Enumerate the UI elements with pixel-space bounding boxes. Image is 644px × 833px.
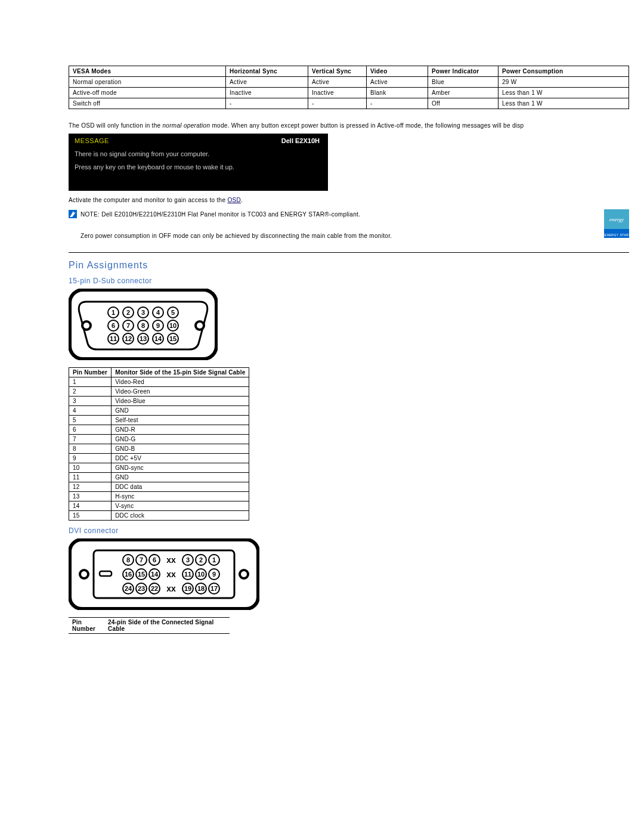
table-row: Normal operationActiveActiveActiveBlue29… [69,77,629,88]
table-cell: GND-B [112,444,249,454]
table-cell: Video-Red [112,377,249,387]
svg-point-2 [83,323,89,329]
pin-assignments-heading: Pin Assignments [69,260,644,271]
table-row: 10GND-sync [69,463,249,473]
svg-text:2: 2 [126,309,130,316]
dsub-pin-table: Pin NumberMonitor Side of the 15-pin Sid… [69,367,249,521]
text: The OSD will only function in the [69,122,163,129]
table-cell: GND-G [112,435,249,444]
logo-text: energy [606,216,627,222]
dsub-heading: 15-pin D-Sub connector [69,277,644,285]
column-header: Pin Number [69,618,104,634]
svg-text:22: 22 [151,585,158,592]
svg-text:9: 9 [212,571,216,578]
table-cell: 11 [69,473,112,482]
table-cell: Less than 1 W [499,88,629,98]
svg-text:2: 2 [199,556,203,563]
svg-text:23: 23 [138,585,145,592]
table-cell: 9 [69,454,112,463]
text-emphasis: normal operation [163,122,210,129]
table-cell: 14 [69,501,112,511]
table-cell: 12 [69,482,112,492]
svg-point-38 [81,571,87,577]
table-cell: Less than 1 W [499,98,629,109]
column-header: Monitor Side of the 15-pin Side Signal C… [112,368,249,377]
table-row: 15DDC clock [69,511,249,521]
note-text: Dell E2010H/E2210H/E2310H Flat Panel mon… [100,211,360,218]
svg-text:8: 8 [141,322,145,329]
text: mode. When any button except power butto… [210,122,524,129]
table-cell: - [308,98,367,109]
table-cell: 3 [69,397,112,406]
note-text: Zero power consumption in OFF mode can o… [80,233,392,239]
column-header: Power Indicator [428,66,499,77]
table-row: 11GND [69,473,249,482]
table-cell: V-sync [112,501,249,511]
svg-text:xx: xx [166,584,176,593]
note-row: NOTE: Dell E2010H/E2210H/E2310H Flat Pan… [69,209,629,241]
svg-text:3: 3 [141,309,145,316]
svg-text:3: 3 [186,556,190,563]
text: . [241,197,243,203]
table-row: 9DDC +5V [69,454,249,463]
monitor-model: Dell E2X10H [281,137,320,144]
svg-text:14: 14 [151,571,159,578]
table-row: 6GND-R [69,425,249,435]
column-header: Pin Number [69,368,112,377]
svg-text:9: 9 [156,322,160,329]
table-cell: GND [112,473,249,482]
dvi-connector-diagram: 876xx321161514xx11109242322xx191817 [69,538,259,610]
svg-text:10: 10 [169,322,177,329]
svg-point-40 [241,571,247,577]
table-row: 3Video-Blue [69,397,249,406]
table-cell: Blue [428,77,499,88]
note-body: NOTE: Dell E2010H/E2210H/E2310H Flat Pan… [80,209,596,241]
svg-text:17: 17 [210,585,218,592]
table-cell: - [367,98,428,109]
table-cell: Inactive [226,88,308,98]
svg-text:19: 19 [184,585,191,592]
table-row: Switch off---OffLess than 1 W [69,98,629,109]
table-row: 2Video-Green [69,387,249,397]
message-line: Press any key on the keyboard or mouse t… [75,163,322,171]
table-cell: 1 [69,377,112,387]
table-cell: 10 [69,463,112,473]
svg-text:7: 7 [126,322,130,329]
table-cell: 5 [69,416,112,425]
table-row: 14V-sync [69,501,249,511]
table-cell: 8 [69,444,112,454]
table-cell: GND-sync [112,463,249,473]
table-cell: 7 [69,435,112,444]
table-cell: DDC clock [112,511,249,521]
table-cell: Blank [367,88,428,98]
svg-text:24: 24 [125,585,132,592]
svg-text:5: 5 [171,309,175,316]
note-label: NOTE: [80,211,100,218]
table-cell: Active [367,77,428,88]
table-row: 5Self-test [69,416,249,425]
table-cell: Video-Green [112,387,249,397]
svg-text:12: 12 [125,335,132,342]
table-cell: - [226,98,308,109]
table-cell: Off [428,98,499,109]
table-cell: 13 [69,492,112,501]
message-label: MESSAGE [75,137,109,144]
svg-text:xx: xx [166,555,176,565]
svg-text:10: 10 [197,571,205,578]
svg-text:13: 13 [140,335,147,342]
table-cell: Normal operation [69,77,226,88]
table-cell: Active-off mode [69,88,226,98]
svg-point-4 [197,323,203,329]
osd-link[interactable]: OSD [227,197,241,203]
table-row: 7GND-G [69,435,249,444]
svg-rect-41 [100,571,112,576]
svg-text:6: 6 [112,322,115,329]
logo-label: ENERGY STAR [604,233,629,237]
osd-description: The OSD will only function in the normal… [69,122,644,129]
table-row: 4GND [69,406,249,416]
table-cell: Amber [428,88,499,98]
svg-text:15: 15 [169,335,177,342]
svg-text:8: 8 [126,556,130,563]
table-cell: 2 [69,387,112,397]
column-header: Vertical Sync [308,66,367,77]
